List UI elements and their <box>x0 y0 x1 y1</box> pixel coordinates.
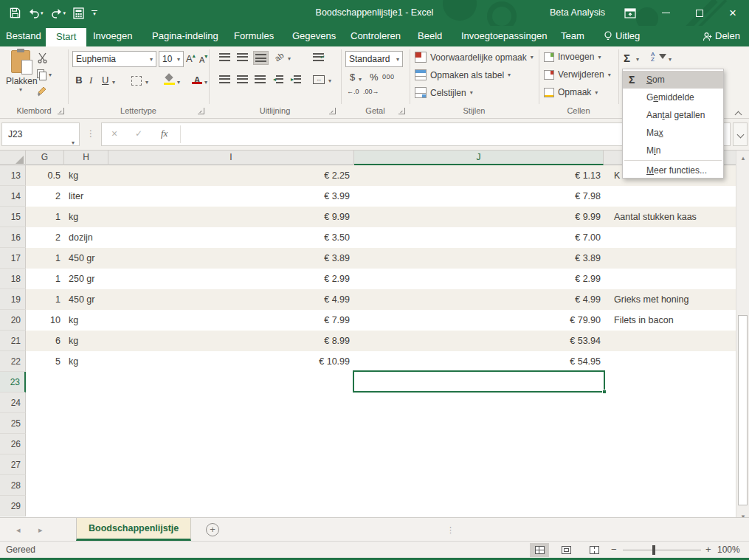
tab-uitleg[interactable]: Uitleg <box>604 26 640 46</box>
cell-K20[interactable]: Filets in bacon <box>604 310 736 331</box>
vertical-scrollbar[interactable]: ▴ ▾ <box>736 151 749 524</box>
cell-G14[interactable]: 2 <box>26 186 64 207</box>
confirm-icon[interactable]: ✓ <box>135 128 142 139</box>
cell-G23[interactable] <box>26 372 64 393</box>
format-painter-button[interactable] <box>37 86 49 100</box>
cell-J16[interactable]: € 7.00 <box>354 227 604 248</box>
cell-I28[interactable] <box>108 475 354 496</box>
undo-dropdown-icon[interactable]: ▾ <box>41 10 44 16</box>
format-as-table-button[interactable]: Opmaken als tabel ▾ <box>415 69 511 80</box>
cell-I23[interactable] <box>108 372 354 393</box>
cell-G16[interactable]: 2 <box>26 227 64 248</box>
cell-I27[interactable] <box>108 454 354 475</box>
cell-K27[interactable] <box>604 454 736 475</box>
cell-I19[interactable]: € 4.99 <box>108 289 354 310</box>
cell-J25[interactable] <box>354 413 604 434</box>
cell-K19[interactable]: Grieks met honing <box>604 289 736 310</box>
align-bottom-icon[interactable] <box>253 51 269 65</box>
cell-K17[interactable] <box>604 248 736 269</box>
sheet-nav-right-icon[interactable]: ▸ <box>38 518 43 542</box>
italic-button[interactable]: I <box>89 75 92 86</box>
paste-button[interactable]: Plakken ▾ <box>6 50 35 93</box>
cell-K16[interactable] <box>604 227 736 248</box>
tab-formules[interactable]: Formules <box>234 26 274 46</box>
redo-dropdown-icon[interactable]: ▾ <box>63 10 66 16</box>
cell-J29[interactable] <box>354 496 604 516</box>
font-name-select[interactable]: Euphemia▾ <box>72 51 156 67</box>
number-dialog-launcher[interactable] <box>398 108 405 114</box>
cell-H18[interactable]: 250 gr <box>64 269 108 289</box>
accounting-dropdown-icon[interactable]: ▾ <box>359 76 362 83</box>
row-header-17[interactable]: 17 <box>0 248 26 269</box>
zoom-out-icon[interactable]: − <box>611 544 617 555</box>
column-header-I[interactable]: I <box>108 151 354 165</box>
underline-button[interactable]: U <box>102 75 108 86</box>
row-header-18[interactable]: 18 <box>0 269 26 289</box>
cell-G26[interactable] <box>26 434 64 454</box>
undo-icon[interactable]: ▾ <box>26 7 46 20</box>
align-left-icon[interactable] <box>219 75 230 83</box>
cell-H26[interactable] <box>64 434 108 454</box>
cell-G13[interactable]: 0.5 <box>26 165 64 186</box>
cell-G27[interactable] <box>26 454 64 475</box>
selected-cell-J23[interactable] <box>353 370 605 393</box>
minimize-button[interactable] <box>649 0 682 26</box>
cell-K23[interactable] <box>604 372 736 393</box>
decrease-decimal-icon[interactable]: .00→ <box>363 88 379 95</box>
format-cells-button[interactable]: Opmaak ▾ <box>544 87 598 97</box>
cell-I24[interactable] <box>108 393 354 413</box>
row-header-26[interactable]: 26 <box>0 434 26 454</box>
row-header-20[interactable]: 20 <box>0 310 26 331</box>
row-header-16[interactable]: 16 <box>0 227 26 248</box>
redo-icon[interactable]: ▾ <box>49 7 69 20</box>
cell-I26[interactable] <box>108 434 354 454</box>
decrease-font-icon[interactable]: A▾ <box>199 53 207 64</box>
cell-I14[interactable]: € 3.99 <box>108 186 354 207</box>
tab-invoegtoepassingen[interactable]: Invoegtoepassingen <box>461 26 547 46</box>
cell-J13[interactable]: € 1.13 <box>354 165 604 186</box>
calculator-icon[interactable] <box>71 6 86 21</box>
cell-J14[interactable]: € 7.98 <box>354 186 604 207</box>
cell-H21[interactable]: kg <box>64 331 108 351</box>
name-box-splitter[interactable]: ⋮ <box>86 128 95 139</box>
cell-G22[interactable]: 5 <box>26 351 64 372</box>
tab-pagina-indeling[interactable]: Pagina-indeling <box>152 26 218 46</box>
cell-G17[interactable]: 1 <box>26 248 64 269</box>
menu-item-som[interactable]: Σ Som <box>623 71 723 89</box>
tab-gegevens[interactable]: Gegevens <box>292 26 336 46</box>
clipboard-dialog-launcher[interactable] <box>58 108 64 114</box>
increase-decimal-icon[interactable]: ←.0 <box>347 88 359 95</box>
autosum-dropdown-icon[interactable]: ▾ <box>636 56 639 63</box>
cell-J24[interactable] <box>354 393 604 413</box>
cell-K22[interactable] <box>604 351 736 372</box>
column-header-J[interactable]: J <box>354 151 604 165</box>
cell-G24[interactable] <box>26 393 64 413</box>
cell-H17[interactable]: 450 gr <box>64 248 108 269</box>
cell-G20[interactable]: 10 <box>26 310 64 331</box>
font-dialog-launcher[interactable] <box>198 108 204 114</box>
cell-J19[interactable]: € 4.99 <box>354 289 604 310</box>
cell-G18[interactable]: 1 <box>26 269 64 289</box>
tab-controleren[interactable]: Controleren <box>351 26 401 46</box>
cell-K26[interactable] <box>604 434 736 454</box>
wrap-text-icon[interactable]: ↵ <box>313 53 325 61</box>
cell-I20[interactable]: € 7.99 <box>108 310 354 331</box>
cell-H15[interactable]: kg <box>64 207 108 227</box>
borders-dropdown-icon[interactable]: ▾ <box>145 79 148 86</box>
row-header-21[interactable]: 21 <box>0 331 26 351</box>
align-middle-icon[interactable] <box>237 53 248 61</box>
cell-K28[interactable] <box>604 475 736 496</box>
cell-H19[interactable]: 450 gr <box>64 289 108 310</box>
expand-formula-bar-icon[interactable] <box>733 122 748 146</box>
orientation-icon[interactable]: ab <box>273 51 286 63</box>
menu-item-min[interactable]: Min <box>623 142 723 159</box>
tab-beeld[interactable]: Beeld <box>418 26 442 46</box>
menu-item-gemiddelde[interactable]: Gemiddelde <box>623 89 723 106</box>
column-header-H[interactable]: H <box>64 151 108 165</box>
sheet-tab-boodschappenlijstje[interactable]: Boodschappenlijstje <box>76 518 191 541</box>
cell-K25[interactable] <box>604 413 736 434</box>
cell-J26[interactable] <box>354 434 604 454</box>
increase-indent-icon[interactable]: ▸ <box>291 75 301 83</box>
row-header-15[interactable]: 15 <box>0 207 26 227</box>
cell-H20[interactable]: kg <box>64 310 108 331</box>
